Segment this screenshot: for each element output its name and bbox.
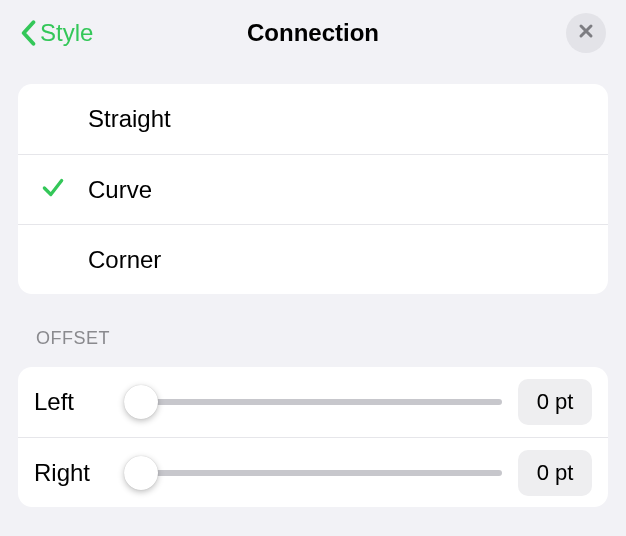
offset-right-row: Right 0 pt [18,437,608,507]
slider-thumb [124,456,158,490]
checkmark-icon [40,175,66,205]
list-item-label: Straight [88,105,171,133]
close-icon [577,22,595,44]
offset-left-value[interactable]: 0 pt [518,379,592,425]
offset-right-slider[interactable] [124,453,502,493]
slider-thumb [124,385,158,419]
slider-track [124,470,502,476]
list-item-label: Corner [88,246,161,274]
back-label: Style [40,19,93,47]
slider-track [124,399,502,405]
connection-type-curve[interactable]: Curve [18,154,608,224]
back-button[interactable]: Style [20,19,93,47]
header: Style Connection [0,0,626,66]
offset-left-slider[interactable] [124,382,502,422]
offset-group: Left 0 pt Right 0 pt [18,367,608,507]
connection-type-straight[interactable]: Straight [18,84,608,154]
chevron-left-icon [20,20,36,46]
list-item-label: Curve [88,176,152,204]
offset-right-value[interactable]: 0 pt [518,450,592,496]
page-title: Connection [0,19,626,47]
offset-right-label: Right [34,459,108,487]
checkmark-slot [18,175,88,205]
close-button[interactable] [566,13,606,53]
connection-type-corner[interactable]: Corner [18,224,608,294]
connection-type-list: Straight Curve Corner [18,84,608,294]
offset-left-row: Left 0 pt [18,367,608,437]
offset-left-label: Left [34,388,108,416]
offset-section-header: OFFSET [36,328,590,349]
